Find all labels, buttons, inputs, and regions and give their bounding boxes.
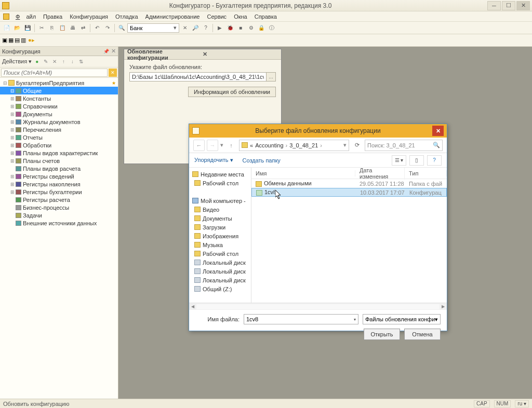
preview-pane-button[interactable]: ▯ [409, 155, 424, 166]
file-row[interactable]: Обмены данными29.05.2017 11:28Папка с фа… [251, 179, 447, 188]
update-info-button[interactable]: Информация об обновлении [188, 87, 276, 97]
open-icon[interactable]: 📂 [12, 23, 22, 33]
search-combo[interactable]: Банк ▾ [127, 23, 179, 33]
add-icon[interactable]: ● [33, 58, 41, 65]
tree-item[interactable]: ⊟Общие [0, 87, 118, 94]
stop-icon[interactable]: ■ [236, 23, 245, 33]
debug-icon[interactable]: 🐞 [225, 23, 235, 33]
folder-tree[interactable]: Недавние местаРабочий стол Мой компьютер… [189, 168, 251, 303]
tb2-icon-1[interactable]: ▣ [2, 37, 7, 44]
paste-icon[interactable]: 📋 [58, 23, 67, 33]
folder-tree-item[interactable]: Общий (Z:) [189, 284, 251, 293]
tree-item[interactable]: ⊞Планы видов характеристик [0, 149, 118, 157]
menu-file[interactable]: Файл [12, 12, 39, 21]
tree-root[interactable]: ⊟ БухгалтерияПредприятия ★ [0, 79, 118, 87]
lang-indicator[interactable]: ru ▾ [515, 400, 529, 407]
app-menu-icon[interactable] [3, 13, 9, 20]
tree-item[interactable]: Планы видов расчета [0, 165, 118, 172]
view-mode-button[interactable]: ☰ ▾ [392, 155, 406, 166]
compare-icon[interactable]: ⇄ [78, 23, 88, 33]
menu-edit[interactable]: Правка [40, 12, 65, 21]
cut-icon[interactable]: ✂ [37, 23, 46, 33]
help-icon[interactable]: ? [201, 23, 210, 33]
crumb-dropdown-icon[interactable]: ▾ [343, 142, 347, 148]
folder-tree-item[interactable]: Недавние места [189, 170, 251, 179]
panel-close-icon[interactable]: ✕ [111, 48, 116, 55]
close-button[interactable]: ✕ [516, 1, 530, 10]
browse-button[interactable]: … [267, 72, 276, 81]
file-row[interactable]: 1cv810.03.2017 17:07Конфигурац [251, 188, 447, 197]
file-dialog-close-button[interactable]: ✕ [432, 126, 444, 136]
help2-icon[interactable]: ⓘ [267, 23, 276, 33]
syntax-icon[interactable]: ⚙ [246, 23, 256, 33]
open-button[interactable]: Открыть [364, 329, 400, 340]
update-dialog-close-icon[interactable]: ✕ [203, 51, 278, 58]
tb2-icon-3[interactable]: ▤ [15, 37, 20, 44]
col-name[interactable]: Имя [251, 170, 355, 176]
new-folder-button[interactable]: Создать папку [243, 157, 281, 164]
menu-config[interactable]: Конфигурация [66, 12, 111, 21]
file-list-header[interactable]: Имя Дата изменения Тип [251, 168, 447, 179]
crumb-version[interactable]: 3_0_48_21 [289, 142, 318, 148]
file-search-input[interactable]: Поиск: 3_0_48_21 🔍 [365, 140, 443, 151]
pin-icon[interactable]: 📌 [103, 49, 109, 54]
save-icon[interactable]: 💾 [23, 23, 32, 33]
run-icon[interactable]: ▶ [215, 23, 224, 33]
print-icon[interactable]: 🖶 [68, 23, 77, 33]
folder-tree-item[interactable] [189, 187, 251, 196]
minimize-button[interactable]: ─ [487, 1, 501, 10]
nav-history-icon[interactable]: ▾ [220, 142, 223, 148]
folder-tree-item[interactable]: Локальный диск [189, 258, 251, 267]
tree-item[interactable]: Задачи [0, 211, 118, 219]
tree-item[interactable]: ⊞Справочники [0, 102, 118, 110]
actions-menu[interactable]: Действия ▾ [2, 58, 32, 65]
filetype-select[interactable]: Файлы обновления конфигур ▾ [363, 314, 441, 324]
folder-tree-item[interactable]: Музыка [189, 240, 251, 249]
tree-item[interactable]: ⊞Константы [0, 94, 118, 102]
breadcrumb[interactable]: « Accounting › 3_0_48_21 › ▾ [239, 140, 349, 151]
tree-item[interactable]: ⊞Отчеты [0, 133, 118, 141]
col-type[interactable]: Тип [405, 170, 447, 176]
folder-tree-item[interactable]: Мой компьютер - [189, 196, 251, 205]
tree-item[interactable]: ⊞Регистры бухгалтерии [0, 188, 118, 196]
tb2-play-icon[interactable]: ●▸ [28, 37, 35, 44]
tree-item[interactable]: ⊞Обработки [0, 141, 118, 149]
folder-tree-item[interactable] [189, 293, 251, 302]
nav-forward-icon[interactable]: → [207, 140, 218, 151]
horizontal-scrollbar[interactable]: ◀▶ [189, 303, 447, 310]
search-input[interactable] [1, 69, 108, 77]
folder-tree-item[interactable]: Видео [189, 205, 251, 214]
folder-tree-item[interactable]: Загрузки [189, 223, 251, 232]
tree-item[interactable]: ⊞Документы [0, 110, 118, 118]
folder-tree-item[interactable]: Рабочий стол [189, 179, 251, 187]
tb2-icon-2[interactable]: ▦ [8, 37, 14, 44]
menu-service[interactable]: Сервис [204, 12, 230, 21]
update-dialog-titlebar[interactable]: Обновление конфигурации ✕ [124, 49, 281, 60]
col-date[interactable]: Дата изменения [355, 168, 405, 180]
menu-help[interactable]: Справка [251, 12, 280, 21]
undo-icon[interactable]: ↶ [92, 23, 102, 33]
edit-icon[interactable]: ✎ [42, 58, 49, 65]
file-list[interactable]: Имя Дата изменения Тип Обмены данными29.… [251, 168, 447, 303]
folder-tree-item[interactable]: Локальный диск [189, 276, 251, 284]
delete-icon[interactable]: ✕ [51, 58, 58, 65]
tree-item[interactable]: Внешние источники данных [0, 219, 118, 227]
help-button[interactable]: ? [427, 155, 442, 166]
nav-up-icon[interactable]: ↑ [225, 140, 237, 151]
tree-item[interactable]: Бизнес-процессы [0, 203, 118, 211]
refresh-icon[interactable]: ⟳ [351, 140, 363, 151]
tree-item[interactable]: Регистры расчета [0, 196, 118, 203]
clear-icon[interactable]: ✕ [180, 23, 190, 33]
redo-icon[interactable]: ↷ [103, 23, 112, 33]
folder-tree-item[interactable]: Локальный диск [189, 267, 251, 276]
tree-item[interactable]: ⊞Планы счетов [0, 157, 118, 165]
folder-tree-item[interactable]: Документы [189, 214, 251, 223]
tree-item[interactable]: ⊞Регистры сведений [0, 172, 118, 180]
up-icon[interactable]: ↑ [60, 58, 67, 65]
nav-back-icon[interactable]: ← [193, 140, 205, 151]
search-icon[interactable]: 🔍 [117, 23, 126, 33]
tree-item[interactable]: ⊞Перечисления [0, 126, 118, 133]
menu-admin[interactable]: Администрирование [142, 12, 203, 21]
folder-tree-item[interactable]: Рабочий стол [189, 249, 251, 258]
crumb-accounting[interactable]: Accounting [255, 142, 283, 148]
